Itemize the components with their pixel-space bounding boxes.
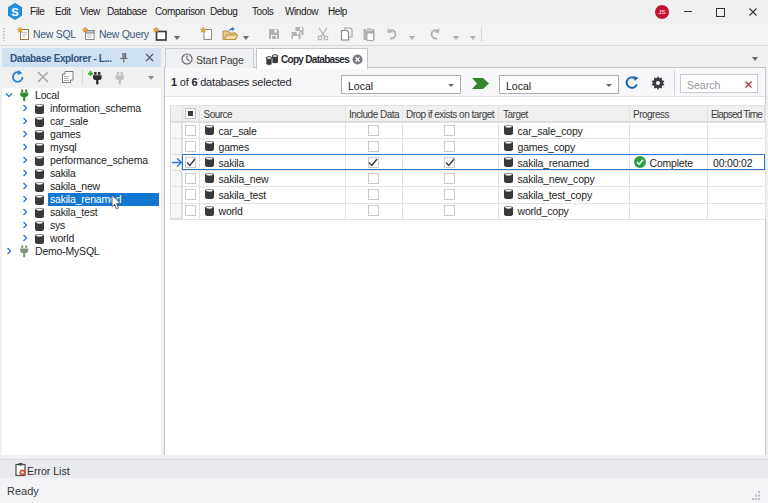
svg-text:S: S <box>11 6 18 18</box>
